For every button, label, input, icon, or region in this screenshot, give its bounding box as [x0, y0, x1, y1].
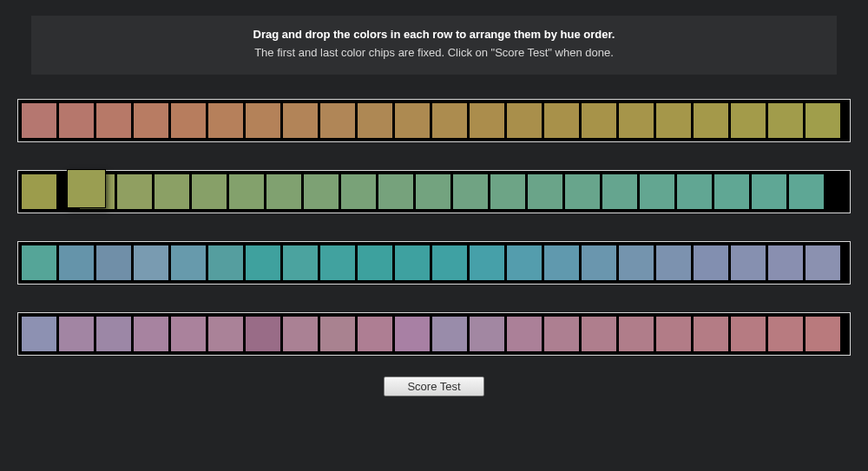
- color-chip-fixed: [805, 316, 841, 352]
- color-chip[interactable]: [469, 245, 505, 281]
- color-chip[interactable]: [245, 245, 281, 281]
- color-chip-dragging[interactable]: [67, 169, 106, 208]
- color-chip[interactable]: [394, 316, 431, 352]
- color-chip[interactable]: [490, 173, 526, 210]
- color-chip[interactable]: [319, 102, 356, 139]
- color-chip[interactable]: [415, 173, 451, 210]
- color-chip[interactable]: [618, 316, 654, 352]
- color-chip[interactable]: [431, 245, 468, 281]
- color-chip[interactable]: [116, 173, 153, 210]
- color-chip-fixed: [805, 245, 841, 281]
- color-chip[interactable]: [469, 102, 505, 139]
- hue-row-4: [17, 312, 851, 356]
- color-chip[interactable]: [730, 102, 766, 139]
- color-chip[interactable]: [58, 102, 95, 139]
- instructions-panel: Drag and drop the colors in each row to …: [31, 16, 837, 75]
- color-chip[interactable]: [506, 316, 542, 352]
- color-chip[interactable]: [469, 316, 505, 352]
- color-chip[interactable]: [581, 316, 617, 352]
- color-chip-fixed: [21, 316, 57, 352]
- color-chip-fixed: [21, 245, 57, 281]
- color-chip[interactable]: [639, 173, 675, 210]
- color-chip[interactable]: [357, 102, 393, 139]
- color-chip[interactable]: [319, 316, 356, 352]
- color-chip[interactable]: [506, 102, 542, 139]
- color-chip[interactable]: [245, 316, 281, 352]
- color-chip[interactable]: [767, 102, 804, 139]
- color-chip[interactable]: [282, 245, 319, 281]
- color-chip[interactable]: [245, 102, 281, 139]
- color-chip[interactable]: [431, 102, 468, 139]
- color-chip[interactable]: [655, 316, 692, 352]
- color-chip[interactable]: [282, 102, 319, 139]
- color-chip[interactable]: [191, 173, 227, 210]
- color-chip[interactable]: [319, 245, 356, 281]
- color-chip[interactable]: [602, 173, 638, 210]
- color-chip[interactable]: [228, 173, 265, 210]
- color-chip[interactable]: [767, 245, 804, 281]
- color-chip[interactable]: [95, 316, 132, 352]
- color-chip[interactable]: [581, 102, 617, 139]
- color-chip[interactable]: [340, 173, 377, 210]
- color-chip[interactable]: [394, 245, 431, 281]
- color-chip[interactable]: [133, 245, 169, 281]
- color-chip[interactable]: [170, 102, 207, 139]
- color-chip[interactable]: [618, 102, 654, 139]
- color-chip[interactable]: [581, 245, 617, 281]
- color-chip[interactable]: [713, 173, 750, 210]
- color-chip[interactable]: [154, 173, 190, 210]
- rows-wrapper: [16, 99, 852, 356]
- app-container: Drag and drop the colors in each row to …: [0, 0, 868, 412]
- instructions-title: Drag and drop the colors in each row to …: [49, 28, 819, 41]
- instructions-subtitle: The first and last color chips are fixed…: [49, 46, 819, 59]
- color-chip[interactable]: [357, 245, 393, 281]
- hue-row-3: [17, 241, 851, 285]
- color-chip[interactable]: [543, 245, 580, 281]
- color-chip[interactable]: [730, 245, 766, 281]
- color-chip[interactable]: [95, 102, 132, 139]
- button-row: Score Test: [16, 376, 852, 396]
- color-chip[interactable]: [207, 102, 244, 139]
- color-chip[interactable]: [506, 245, 542, 281]
- color-chip[interactable]: [431, 316, 468, 352]
- hue-row-2: [17, 170, 851, 213]
- color-chip-fixed: [21, 173, 57, 210]
- color-chip[interactable]: [170, 316, 207, 352]
- color-chip[interactable]: [618, 245, 654, 281]
- color-chip[interactable]: [543, 102, 580, 139]
- color-chip[interactable]: [133, 316, 169, 352]
- color-chip[interactable]: [693, 102, 729, 139]
- color-chip[interactable]: [170, 245, 207, 281]
- color-chip-fixed: [805, 102, 841, 139]
- color-chip[interactable]: [655, 245, 692, 281]
- color-chip[interactable]: [378, 173, 414, 210]
- color-chip[interactable]: [58, 316, 95, 352]
- color-chip[interactable]: [133, 102, 169, 139]
- score-test-button[interactable]: Score Test: [384, 376, 483, 396]
- color-chip[interactable]: [452, 173, 489, 210]
- color-chip[interactable]: [693, 316, 729, 352]
- color-chip[interactable]: [564, 173, 601, 210]
- color-chip[interactable]: [394, 102, 431, 139]
- color-chip[interactable]: [95, 245, 132, 281]
- color-chip[interactable]: [751, 173, 787, 210]
- color-chip[interactable]: [282, 316, 319, 352]
- color-chip[interactable]: [730, 316, 766, 352]
- color-chip-fixed: [788, 173, 825, 210]
- color-chip[interactable]: [655, 102, 692, 139]
- color-chip[interactable]: [303, 173, 339, 210]
- color-chip[interactable]: [357, 316, 393, 352]
- color-chip[interactable]: [527, 173, 563, 210]
- color-chip[interactable]: [543, 316, 580, 352]
- color-chip[interactable]: [207, 316, 244, 352]
- color-chip[interactable]: [693, 245, 729, 281]
- color-chip-fixed: [21, 102, 57, 139]
- color-chip[interactable]: [207, 245, 244, 281]
- color-chip[interactable]: [58, 245, 95, 281]
- color-chip[interactable]: [266, 173, 302, 210]
- color-chip[interactable]: [676, 173, 713, 210]
- hue-row-1: [17, 99, 851, 142]
- color-chip[interactable]: [767, 316, 804, 352]
